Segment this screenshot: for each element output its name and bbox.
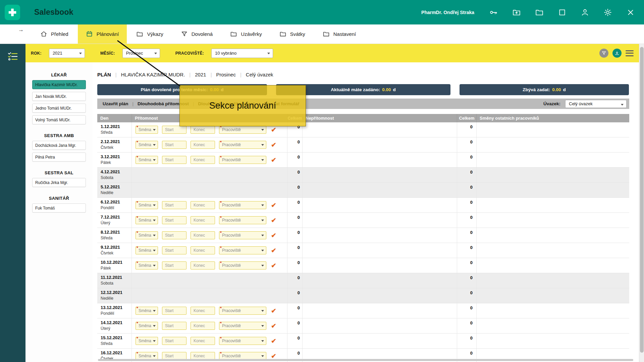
confirm-check-icon[interactable]: ✔ bbox=[271, 247, 276, 254]
workplace-select[interactable]: Pracoviště bbox=[219, 307, 266, 315]
workplace-select[interactable]: Pracoviště bbox=[219, 261, 266, 269]
end-input[interactable] bbox=[191, 216, 215, 224]
end-input[interactable] bbox=[191, 231, 215, 239]
vertical-scrollbar[interactable] bbox=[639, 44, 644, 362]
confirm-check-icon[interactable]: ✔ bbox=[271, 156, 276, 164]
workplace-select[interactable]: Pracoviště bbox=[219, 126, 266, 134]
staff-member[interactable]: Pilná Petra bbox=[32, 153, 86, 162]
confirm-check-icon[interactable]: ✔ bbox=[271, 217, 276, 224]
shift-select[interactable]: Směna bbox=[136, 307, 158, 315]
start-input[interactable] bbox=[162, 201, 186, 209]
filter-icon[interactable] bbox=[599, 49, 608, 58]
start-input[interactable] bbox=[162, 246, 186, 254]
vertical-scrollbar-thumb[interactable] bbox=[640, 47, 644, 353]
tab-uzaverky[interactable]: Uzávěrky bbox=[222, 24, 270, 44]
shift-select[interactable]: Směna bbox=[136, 231, 158, 239]
workplace-select[interactable]: Pracoviště bbox=[219, 246, 266, 254]
confirm-check-icon[interactable]: ✔ bbox=[271, 126, 276, 134]
start-input[interactable] bbox=[162, 307, 186, 315]
shift-select[interactable]: Směna bbox=[136, 141, 158, 149]
end-input[interactable] bbox=[191, 141, 215, 149]
start-input[interactable] bbox=[162, 126, 186, 134]
tab-nastaveni[interactable]: Nastavení bbox=[315, 24, 364, 44]
end-input[interactable] bbox=[191, 307, 215, 315]
export-icon[interactable] bbox=[612, 49, 622, 58]
user-icon[interactable] bbox=[580, 8, 590, 17]
shift-select[interactable]: Směna bbox=[136, 216, 158, 224]
confirm-check-icon[interactable]: ✔ bbox=[271, 322, 276, 330]
breadcrumb-doctor[interactable]: HLAVIČKA KAZIMÍR MUDR. bbox=[121, 72, 185, 77]
start-input[interactable] bbox=[162, 231, 186, 239]
confirm-check-icon[interactable]: ✔ bbox=[271, 141, 276, 149]
staff-member[interactable]: Fuk Tomáš bbox=[32, 203, 86, 213]
horizontal-scrollbar[interactable] bbox=[98, 359, 633, 361]
staff-member[interactable]: Jedno Tomáš MUDr. bbox=[32, 104, 86, 113]
app-logo[interactable] bbox=[5, 5, 20, 20]
year-select[interactable]: 2021 bbox=[49, 49, 85, 58]
start-input[interactable] bbox=[162, 141, 186, 149]
staff-member[interactable]: Jan Novák MUDr. bbox=[32, 92, 86, 101]
confirm-check-icon[interactable]: ✔ bbox=[271, 262, 276, 269]
workplace-select[interactable]: Pracoviště bbox=[219, 216, 266, 224]
shift-select[interactable]: Směna bbox=[136, 337, 158, 345]
breadcrumb-contract[interactable]: Celý úvazek bbox=[246, 72, 273, 77]
workplace-select[interactable]: Pracoviště bbox=[219, 141, 266, 149]
confirm-check-icon[interactable]: ✔ bbox=[271, 201, 276, 209]
staff-member[interactable]: Docházková Jana Mgr. bbox=[32, 141, 86, 150]
shift-select[interactable]: Směna bbox=[136, 126, 158, 134]
workplace-select[interactable]: Pracoviště bbox=[219, 201, 266, 209]
workplace-select[interactable]: Pracoviště bbox=[219, 337, 266, 345]
month-select[interactable]: Prosinec bbox=[122, 49, 160, 58]
breadcrumb-month[interactable]: Prosinec bbox=[216, 72, 236, 77]
table-row: 8.12.2021StředaSměnaPracoviště✔00 bbox=[97, 228, 629, 243]
tab-svatky[interactable]: Svátky bbox=[271, 24, 313, 44]
start-input[interactable] bbox=[162, 216, 186, 224]
workplace-filter-select[interactable]: 10 vybráno bbox=[211, 49, 273, 58]
end-input[interactable] bbox=[191, 261, 215, 269]
key-icon[interactable] bbox=[489, 8, 498, 17]
end-input[interactable] bbox=[191, 337, 215, 345]
tab-dovolena[interactable]: Dovolená bbox=[173, 24, 221, 44]
tab-vykazy[interactable]: Výkazy bbox=[128, 24, 171, 44]
end-input[interactable] bbox=[191, 322, 215, 330]
confirm-check-icon[interactable]: ✔ bbox=[271, 337, 276, 345]
checklist-icon[interactable] bbox=[7, 51, 18, 61]
start-input[interactable] bbox=[162, 322, 186, 330]
close-icon[interactable] bbox=[626, 8, 635, 17]
folder-icon[interactable] bbox=[535, 8, 544, 17]
shift-select[interactable]: Směna bbox=[136, 201, 158, 209]
workplace-select[interactable]: Pracoviště bbox=[219, 231, 266, 239]
contract-select[interactable]: Celý úvazek bbox=[565, 100, 627, 108]
presence-total: 0 bbox=[287, 258, 303, 273]
start-input[interactable] bbox=[162, 156, 186, 164]
shift-select[interactable]: Směna bbox=[136, 156, 158, 164]
shift-select[interactable]: Směna bbox=[136, 246, 158, 254]
workplace-select[interactable]: Pracoviště bbox=[219, 156, 266, 164]
breadcrumb-year[interactable]: 2021 bbox=[195, 72, 206, 77]
close-plan-action[interactable]: Uzavřít plán bbox=[103, 101, 128, 106]
row-date: 5.12.2021 bbox=[101, 184, 131, 189]
stop-square-icon[interactable] bbox=[557, 8, 567, 17]
end-input[interactable] bbox=[191, 201, 215, 209]
shift-select[interactable]: Směna bbox=[136, 322, 158, 330]
workplace-select[interactable]: Pracoviště bbox=[219, 322, 266, 330]
staff-member[interactable]: Volný Tomáš MUDr. bbox=[32, 115, 86, 124]
row-date: 8.12.2021 bbox=[101, 230, 131, 235]
tab-prehled[interactable]: Přehled bbox=[32, 24, 76, 44]
staff-member[interactable]: Hlavička Kazimír MUDr. bbox=[32, 80, 86, 89]
staff-member[interactable]: Ručička Jirka Mgr. bbox=[32, 178, 86, 187]
start-input[interactable] bbox=[162, 337, 186, 345]
folder-upload-icon[interactable] bbox=[512, 8, 521, 17]
gear-icon[interactable] bbox=[603, 8, 612, 17]
end-input[interactable] bbox=[191, 246, 215, 254]
end-input[interactable] bbox=[191, 156, 215, 164]
tab-planovani[interactable]: Plánování bbox=[78, 24, 127, 44]
end-input[interactable] bbox=[191, 126, 215, 134]
confirm-check-icon[interactable]: ✔ bbox=[271, 232, 276, 239]
shift-select[interactable]: Směna bbox=[136, 261, 158, 269]
workplace-select-value: Pracoviště bbox=[222, 263, 241, 268]
collapse-arrow-icon[interactable]: → bbox=[18, 26, 24, 33]
start-input[interactable] bbox=[162, 261, 186, 269]
confirm-check-icon[interactable]: ✔ bbox=[271, 307, 276, 315]
menu-icon[interactable] bbox=[626, 50, 634, 56]
